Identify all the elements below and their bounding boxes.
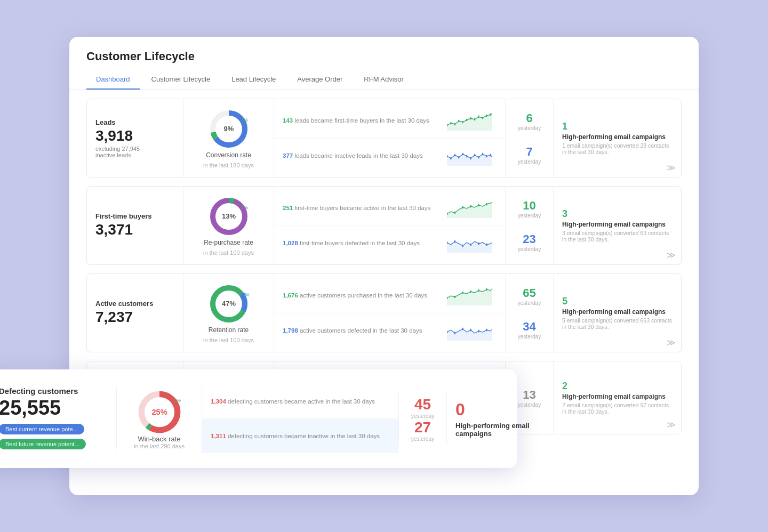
svg-point-39 — [470, 243, 471, 246]
tab-rfm-advisor[interactable]: RFM Advisor — [354, 71, 413, 90]
dc-yesterday-bot: 27 yesterday — [403, 419, 442, 442]
ac-yesterday-bot: 34 yesterday — [510, 313, 549, 346]
ac-campaign-title: High-performing email campaigns — [562, 308, 673, 316]
nav-tabs: Dashboard Customer Lifecycle Lead Lifecy… — [86, 71, 682, 90]
ftb-label: First-time buyers — [95, 212, 174, 220]
svg-point-21 — [470, 157, 471, 159]
leads-yesterday-top-label: yesterday — [518, 125, 541, 131]
leads-sparkline-bot — [447, 146, 492, 166]
svg-point-6 — [458, 120, 460, 123]
ftb-expand-btn[interactable]: ≫ — [667, 250, 676, 260]
ftb-yesterday-top: 10 yesterday — [510, 192, 549, 225]
first-time-buyers-row: First-time buyers 3,371 13% 4% Re-purcha… — [86, 186, 682, 265]
ac-campaigns: 5 High-performing email campaigns 5 emai… — [553, 274, 681, 352]
svg-point-37 — [454, 240, 456, 243]
tab-lead-lifecycle[interactable]: Lead Lifecycle — [222, 71, 285, 90]
svg-point-18 — [458, 156, 460, 158]
svg-point-7 — [462, 121, 463, 124]
ftb-campaign-desc: 3 email campaign(s) converted 63 contact… — [562, 230, 673, 243]
svg-point-26 — [490, 154, 491, 156]
ac-yesterday: 65 yesterday 34 yesterday — [505, 274, 553, 352]
ftb-value: 3,371 — [95, 221, 174, 238]
leads-sparkline-top — [447, 110, 492, 131]
leads-donut: 9% 1% Conversion rate in the last 180 da… — [183, 99, 274, 177]
ftb-chart-top-row: 251 first-time buyers became active in t… — [274, 191, 505, 226]
svg-point-23 — [478, 156, 479, 158]
dc-chart-top-row: 1,304 defecting customers became active … — [202, 384, 398, 419]
leads-yesterday: 6 yesterday 7 yesterday — [505, 99, 553, 177]
svg-point-56 — [486, 328, 487, 331]
svg-point-40 — [478, 242, 479, 245]
dc-chart-bot-desc: 1,311 defecting customers became inactiv… — [211, 433, 381, 439]
svg-point-10 — [474, 118, 476, 121]
svg-point-46 — [454, 296, 456, 299]
ic-campaign-num: 2 — [562, 381, 673, 392]
leads-campaigns: 1 High-performing email campaigns 1 emai… — [553, 99, 681, 177]
dc-yesterday-bot-num: 27 — [414, 419, 431, 436]
ac-sparkline-top — [447, 285, 492, 305]
svg-point-20 — [466, 155, 468, 157]
ac-chart-top-row: 1,676 active customers purchased in the … — [274, 278, 505, 313]
leads-value: 3,918 — [95, 127, 174, 144]
svg-point-11 — [478, 116, 479, 118]
ftb-metric-left: First-time buyers 3,371 — [87, 187, 183, 264]
leads-campaign-title: High-performing email campaigns — [562, 133, 673, 141]
leads-donut-subtitle: in the last 180 days — [203, 162, 254, 168]
ac-yesterday-bot-num: 34 — [523, 320, 535, 334]
svg-point-4 — [450, 122, 452, 125]
leads-yesterday-bot: 7 yesterday — [510, 138, 549, 172]
ftb-yesterday-bot: 23 yesterday — [510, 225, 549, 259]
leads-chart-bot-desc: 377 leads became inactive leads in the l… — [283, 152, 443, 159]
svg-point-48 — [470, 291, 471, 293]
ftb-yesterday-top-num: 10 — [523, 199, 535, 213]
svg-point-32 — [462, 206, 463, 209]
svg-point-9 — [470, 117, 471, 120]
ic-campaign-title: High-performing email campaigns — [562, 393, 673, 400]
svg-point-22 — [474, 154, 476, 156]
svg-point-5 — [454, 123, 456, 126]
dc-campaign-num: 0 — [455, 400, 539, 420]
ac-label: Active customers — [95, 300, 174, 308]
leads-chart-top-desc: 143 leads became first-time buyers in th… — [283, 117, 443, 124]
leads-chart-bot-row: 377 leads became inactive leads in the l… — [274, 139, 505, 173]
dc-label: Defecting customers — [0, 386, 106, 396]
ic-campaign-desc: 2 email campaign(s) converted 97 contact… — [562, 402, 673, 415]
leads-donut-pct: 9% — [223, 125, 234, 133]
tab-customer-lifecycle[interactable]: Customer Lifecycle — [142, 71, 220, 90]
ftb-charts: 251 first-time buyers became active in t… — [274, 187, 505, 264]
ac-campaign-num: 5 — [562, 296, 673, 307]
leads-chart-top-row: 143 leads became first-time buyers in th… — [274, 103, 505, 139]
ic-expand-btn[interactable]: ≫ — [667, 420, 676, 430]
ftb-chart-bot-row: 1,028 first-time buyers defected in the … — [274, 226, 505, 261]
tab-average-order[interactable]: Average Order — [287, 71, 352, 90]
svg-point-53 — [462, 327, 463, 330]
leads-expand-btn[interactable]: ≫ — [667, 163, 676, 173]
dc-badge-blue[interactable]: Best current revenue pote... — [0, 424, 84, 434]
dc-yesterday: 45 yesterday 27 yesterday — [398, 391, 446, 447]
ac-donut-title: Retention rate — [209, 326, 249, 334]
tab-dashboard[interactable]: Dashboard — [86, 71, 140, 90]
ac-charts: 1,676 active customers purchased in the … — [274, 274, 505, 352]
svg-point-54 — [470, 328, 471, 331]
dc-campaign-title: High-performing email campaigns — [455, 422, 539, 438]
ac-expand-btn[interactable]: ≫ — [667, 337, 676, 348]
page-title: Customer Lifecycle — [86, 50, 682, 63]
dc-campaigns: 0 High-performing email campaigns — [446, 392, 548, 445]
dc-metric-left: Defecting customers 25,555 Best current … — [0, 386, 116, 452]
svg-point-47 — [462, 292, 463, 294]
svg-point-52 — [454, 332, 456, 334]
svg-point-50 — [486, 288, 487, 291]
active-customers-row: Active customers 7,237 47% 17% Retention… — [86, 273, 682, 352]
ac-value: 7,237 — [95, 309, 174, 326]
ftb-donut-chart: 13% — [207, 195, 250, 238]
ftb-donut-subtitle: in the last 100 days — [203, 249, 254, 256]
dc-badge-green[interactable]: Best future revenue potent... — [0, 439, 86, 449]
leads-charts: 143 leads became first-time buyers in th… — [274, 99, 505, 177]
dc-donut-chart: 25% — [135, 388, 183, 436]
svg-point-41 — [486, 243, 487, 246]
ftb-sparkline-top — [447, 198, 492, 218]
svg-point-19 — [462, 152, 463, 155]
svg-point-17 — [454, 154, 456, 156]
ac-metric-left: Active customers 7,237 — [87, 274, 183, 352]
svg-point-25 — [486, 155, 487, 157]
